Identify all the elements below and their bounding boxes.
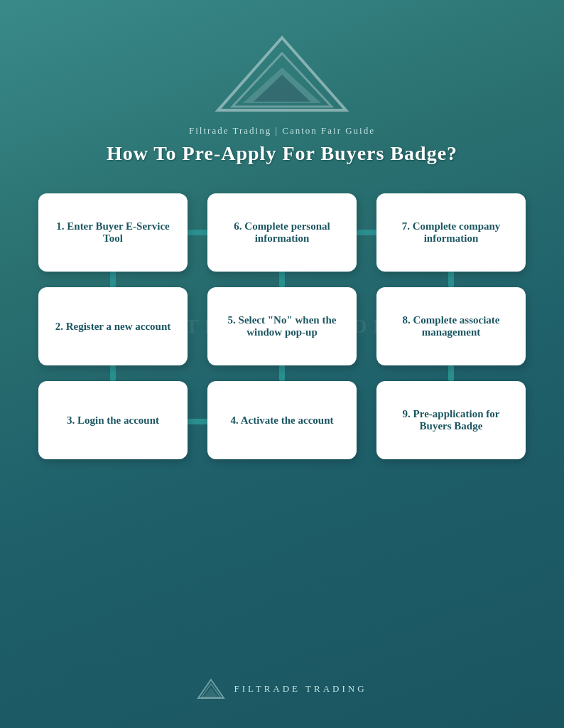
step-1-label: 1. Enter Buyer E-Service Tool [48,220,178,245]
step-3-label: 3. Login the account [67,414,159,427]
steps-wrapper: FILTRADE TRADING 1. Enter Buyer E-Servic… [38,193,526,459]
svg-marker-6 [204,687,218,697]
subtitle: Filtrade Trading | Canton Fair Guide [189,125,375,136]
step-5: 5. Select "No" when the window pop-up [207,287,357,365]
step-1: 1. Enter Buyer E-Service Tool [38,193,188,272]
step-7: 7. Complete company information [376,193,526,272]
step-4: 4. Activate the account [207,381,357,459]
step-2-label: 2. Register a new account [55,321,171,333]
step-3: 3. Login the account [38,381,188,459]
bottom-logo: FILTRADE TRADING [197,678,367,700]
bottom-logo-icon [197,678,225,700]
step-4-label: 4. Activate the account [231,414,334,427]
step-6-label: 6. Complete personal information [217,220,347,245]
step-9-label: 9. Pre-application for Buyers Badge [386,408,516,432]
step-5-label: 5. Select "No" when the window pop-up [217,314,347,338]
background: Filtrade Trading | Canton Fair Guide How… [0,0,564,728]
steps-grid: 1. Enter Buyer E-Service Tool 6. Complet… [38,193,526,459]
bottom-logo-text: FILTRADE TRADING [234,683,367,695]
logo-icon [211,32,353,117]
logo-area [211,28,353,121]
step-9: 9. Pre-application for Buyers Badge [376,381,526,459]
step-7-label: 7. Complete company information [386,220,516,245]
step-8: 8. Complete associate management [376,287,526,365]
step-8-label: 8. Complete associate management [386,314,516,338]
step-6: 6. Complete personal information [207,193,357,272]
page-title: How To Pre-Apply For Buyers Badge? [107,142,457,165]
step-2: 2. Register a new account [38,287,188,365]
